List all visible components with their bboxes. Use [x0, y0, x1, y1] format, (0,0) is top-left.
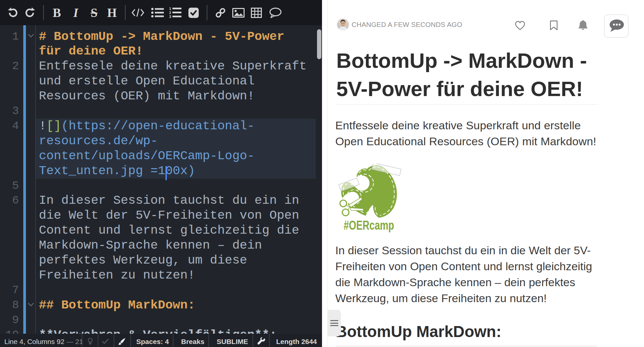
- svg-text:1: 1: [169, 7, 171, 11]
- svg-text:2: 2: [169, 11, 171, 15]
- svg-text:#OERcamp: #OERcamp: [344, 218, 394, 232]
- svg-text:3: 3: [169, 15, 171, 18]
